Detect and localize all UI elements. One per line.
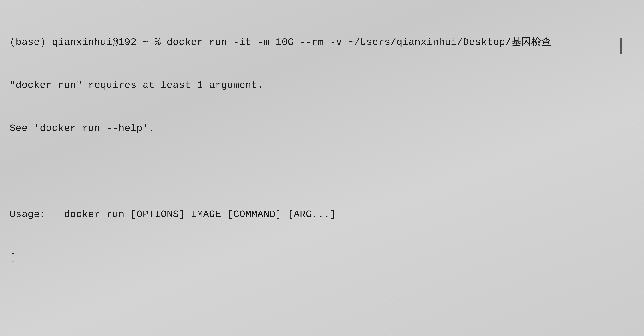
help-line: See 'docker run --help'. [10, 121, 634, 136]
command-line: (base) qianxinhui@192 ~ % docker run -it… [10, 35, 634, 49]
empty-line-2 [10, 294, 634, 308]
empty-line-1 [10, 164, 634, 179]
error-line: "docker run" requires at least 1 argumen… [10, 78, 634, 92]
usage-line: Usage: docker run [OPTIONS] IMAGE [COMMA… [10, 207, 634, 222]
bracket-line: [ [10, 250, 634, 265]
terminal-window[interactable]: (base) qianxinhui@192 ~ % docker run -it… [0, 0, 644, 336]
text-cursor-bar [620, 38, 622, 54]
